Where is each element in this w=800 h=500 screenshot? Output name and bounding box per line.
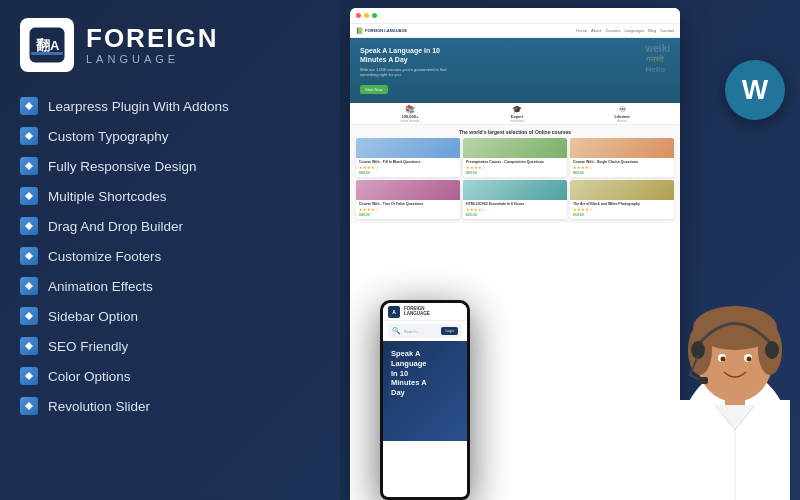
course-info: Course With - Single Choice Questions ★★… [570,158,674,177]
main-container: 翻 A FOREIGN LANGUAGE Learpress Plugin Wi… [0,0,800,500]
feature-label: Customize Footers [48,249,161,264]
course-rating: ★★★★☆ [573,207,671,212]
agent-svg [670,220,800,500]
svg-marker-8 [25,222,33,230]
hero-cta-button[interactable]: Start Now [360,85,388,94]
course-card: HTML5/CSS3 Essentials In 6 Hours ★★★★☆ $… [463,180,567,219]
nav-link: Courses [605,28,620,33]
svg-marker-9 [25,252,33,260]
stats-bar: 📚 100,000+ online courses 🎓 Expert Instr… [350,103,680,125]
svg-marker-4 [25,102,33,110]
feature-bullet [20,397,38,415]
browser-dot-green [372,13,377,18]
nav-link: Contact [660,28,674,33]
feature-item-colors: Color Options [20,362,320,390]
feature-item-animation: Animation Effects [20,272,320,300]
course-price: $40.00 [359,213,457,217]
course-price: $69.00 [466,171,564,175]
course-card: The Art of Black and White Photography ★… [570,180,674,219]
courses-grid-row2: Course With - True Or False Questions ★★… [356,180,674,219]
feature-item-typography: Custom Typography [20,122,320,150]
course-card: Course With - Single Choice Questions ★★… [570,138,674,177]
feature-bullet [20,127,38,145]
svg-rect-28 [698,377,708,384]
course-name: The Art of Black and White Photography [573,202,671,206]
course-info: Course With - True Or False Questions ★★… [356,200,460,219]
course-name: HTML5/CSS3 Essentials In 6 Hours [466,202,564,206]
feature-bullet [20,337,38,355]
logo-text: FOREIGN LANGUAGE [86,25,218,65]
course-rating: ★★★★☆ [466,165,564,170]
feature-bullet [20,187,38,205]
course-name: Course With - Fill In Blank Questions [359,160,457,164]
site-nav-logo: 📗 FOREIGN LANGUAGE [356,27,407,34]
course-info: The Art of Black and White Photography ★… [570,200,674,219]
mobile-search-bar: 🔍 Search... Login [388,324,462,338]
lifetime-sublabel: Access [617,119,627,123]
course-rating: ★★★★☆ [466,207,564,212]
svg-point-25 [747,357,752,362]
course-price: $69.00 [359,171,457,175]
wordpress-badge: W [725,60,785,120]
feature-bullet [20,247,38,265]
feature-item-dnd: Drag And Drop Builder [20,212,320,240]
svg-point-27 [765,341,779,359]
mobile-screen: A FOREIGNLANGUAGE 🔍 Search... Login Spea… [383,303,467,497]
stat-item-expert: 🎓 Expert Instruction [510,105,524,123]
mobile-brand: FOREIGNLANGUAGE [404,307,430,317]
feature-item-footers: Customize Footers [20,242,320,270]
svg-marker-5 [25,132,33,140]
feature-bullet [20,97,38,115]
mobile-search-text: Search... [404,329,420,334]
hero-content: Speak A Language In 10 Minutes A Day Wit… [360,46,460,95]
svg-text:翻: 翻 [35,37,50,53]
logo-icon: 翻 A [20,18,74,72]
course-price: $25.00 [466,213,564,217]
svg-marker-10 [25,282,33,290]
feature-label: Sidebar Option [48,309,138,324]
hero-bg-text: weiki नमस्ते Hello [646,43,670,74]
courses-section: The world's largest selection of Online … [350,125,680,223]
course-card: Prerequisites Course - Composition Quest… [463,138,567,177]
course-card: Course With - Fill In Blank Questions ★★… [356,138,460,177]
brand-subtitle: LANGUAGE [86,53,218,65]
nav-link: Home [576,28,587,33]
mobile-login-button[interactable]: Login [441,327,458,335]
course-rating: ★★★★☆ [359,207,457,212]
mobile-hero-title: Speak ALanguageIn 10Minutes ADay [391,349,459,398]
browser-dot-yellow [364,13,369,18]
hero-subtitle: With our 1,000 courses you're guaranteed… [360,67,460,77]
mobile-search-icon: 🔍 [392,327,401,335]
expert-sublabel: Instruction [510,119,524,123]
course-rating: ★★★★☆ [573,165,671,170]
feature-item-learpress: Learpress Plugin With Addons [20,92,320,120]
courses-label: online courses [400,119,419,123]
course-image [356,138,460,158]
course-price: $59.00 [573,213,671,217]
course-info: Prerequisites Course - Composition Quest… [463,158,567,177]
hero-title: Speak A Language In 10 Minutes A Day [360,46,450,64]
feature-item-sidebar: Sidebar Option [20,302,320,330]
feature-item-responsive: Fully Responsive Design [20,152,320,180]
course-price: $69.00 [573,171,671,175]
feature-label: Multiple Shortcodes [48,189,167,204]
courses-section-title: The world's largest selection of Online … [356,129,674,135]
agent-figure [670,220,800,500]
mobile-mockup: A FOREIGNLANGUAGE 🔍 Search... Login Spea… [380,300,470,500]
course-image [356,180,460,200]
stat-item-lifetime: ♾ Lifetime Access [614,105,629,123]
hero-section: weiki नमस्ते Hello Speak A Language In 1… [350,38,680,103]
site-nav: 📗 FOREIGN LANGUAGE Home About Courses La… [350,24,680,38]
mobile-header: A FOREIGNLANGUAGE [383,303,467,321]
course-info: Course With - Fill In Blank Questions ★★… [356,158,460,177]
course-image [463,180,567,200]
course-image [570,180,674,200]
feature-label: Fully Responsive Design [48,159,197,174]
feature-label: Revolution Slider [48,399,150,414]
course-name: Course With - True Or False Questions [359,202,457,206]
svg-marker-13 [25,372,33,380]
feature-item-seo: SEO Friendly [20,332,320,360]
feature-label: Drag And Drop Builder [48,219,183,234]
svg-text:A: A [50,38,60,53]
brand-name: FOREIGN [86,25,218,51]
